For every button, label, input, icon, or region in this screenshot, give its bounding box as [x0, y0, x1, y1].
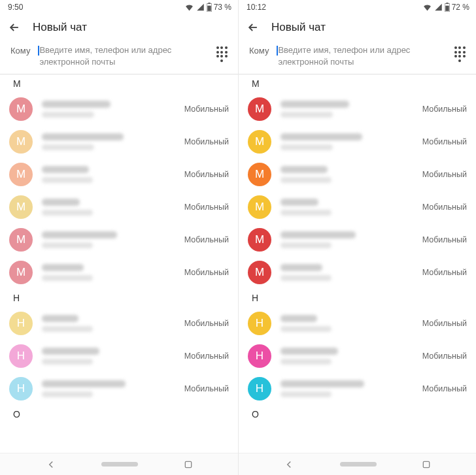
- header: Новый чат: [239, 14, 476, 41]
- avatar: M: [9, 163, 33, 186]
- nav-recent-icon[interactable]: [421, 459, 432, 470]
- contact-type: Мобильный: [422, 235, 467, 244]
- pane-0: 9:5073 %Новый чатКомуВведите имя, телефо…: [0, 0, 238, 475]
- contact-info: [280, 231, 413, 248]
- contact-info: [280, 199, 413, 216]
- contact-row[interactable]: MМобильный: [0, 158, 238, 191]
- battery-text: 72 %: [452, 3, 469, 12]
- contact-info: [42, 199, 175, 216]
- contact-list[interactable]: MMМобильныйMМобильныйMМобильныйMМобильны…: [239, 74, 476, 475]
- avatar: M: [9, 130, 33, 154]
- wifi-icon: [422, 3, 432, 11]
- contact-row[interactable]: HМобильный: [0, 340, 238, 372]
- back-icon[interactable]: [8, 21, 21, 34]
- contact-type: Мобильный: [184, 137, 229, 146]
- contact-info: [280, 133, 413, 150]
- pane-1: 10:1272 %Новый чатКомуВведите имя, телеф…: [238, 0, 476, 475]
- contact-row[interactable]: HМобильный: [239, 307, 476, 340]
- nav-bar: [239, 453, 476, 475]
- contact-info: [280, 315, 413, 332]
- contact-row[interactable]: MМобильный: [0, 191, 238, 223]
- contact-row[interactable]: MМобильный: [239, 158, 476, 191]
- section-header: Н: [0, 289, 238, 307]
- avatar: H: [9, 377, 33, 401]
- contact-row[interactable]: HМобильный: [239, 340, 476, 372]
- contact-info: [42, 348, 175, 365]
- contact-type: Мобильный: [184, 170, 229, 179]
- contact-row[interactable]: HМобильный: [0, 372, 238, 405]
- contact-type: Мобильный: [422, 105, 467, 114]
- contact-info: [42, 166, 175, 183]
- contact-row[interactable]: MМобильный: [239, 191, 476, 223]
- contact-row[interactable]: MМобильный: [239, 223, 476, 256]
- contact-row[interactable]: MМобильный: [0, 256, 238, 289]
- contact-info: [42, 101, 175, 118]
- contact-info: [42, 133, 175, 150]
- contact-type: Мобильный: [422, 203, 467, 212]
- svg-rect-6: [445, 6, 449, 11]
- dialpad-icon[interactable]: [214, 47, 229, 61]
- avatar: M: [9, 228, 33, 252]
- to-label: Кому: [10, 44, 30, 56]
- contact-row[interactable]: MМобильный: [239, 93, 476, 125]
- svg-rect-2: [207, 6, 211, 11]
- avatar: M: [248, 195, 271, 219]
- nav-bar: [0, 453, 238, 475]
- status-time: 9:50: [8, 3, 23, 12]
- recipient-row: КомуВведите имя, телефон или адрес элект…: [0, 41, 238, 74]
- svg-rect-3: [185, 461, 191, 467]
- battery-icon: [207, 3, 212, 12]
- contact-info: [42, 380, 175, 397]
- nav-home-pill[interactable]: [101, 462, 138, 467]
- contact-row[interactable]: MМобильный: [239, 256, 476, 289]
- status-right: 72 %: [422, 3, 469, 12]
- back-icon[interactable]: [246, 21, 260, 34]
- contact-row[interactable]: HМобильный: [239, 372, 476, 405]
- contact-info: [280, 101, 413, 118]
- status-bar: 10:1272 %: [239, 0, 476, 14]
- status-bar: 9:5073 %: [0, 0, 238, 14]
- nav-home-pill[interactable]: [340, 462, 377, 467]
- battery-text: 73 %: [214, 3, 231, 12]
- avatar: M: [9, 97, 33, 121]
- dialpad-icon[interactable]: [452, 47, 467, 61]
- contact-type: Мобильный: [422, 137, 467, 146]
- battery-icon: [445, 3, 450, 12]
- contact-row[interactable]: MМобильный: [0, 223, 238, 256]
- svg-rect-7: [423, 461, 429, 467]
- signal-icon: [434, 3, 443, 11]
- contact-row[interactable]: MМобильный: [0, 93, 238, 125]
- signal-icon: [196, 3, 205, 11]
- nav-back-icon[interactable]: [45, 459, 57, 470]
- contact-info: [280, 348, 413, 365]
- contact-row[interactable]: HМобильный: [0, 307, 238, 340]
- avatar: M: [248, 228, 271, 252]
- contact-type: Мобильный: [422, 384, 467, 393]
- contact-type: Мобильный: [184, 235, 229, 244]
- contact-type: Мобильный: [422, 319, 467, 328]
- section-header: Н: [239, 289, 476, 307]
- nav-back-icon[interactable]: [283, 459, 295, 470]
- nav-recent-icon[interactable]: [183, 459, 194, 470]
- avatar: M: [9, 261, 33, 284]
- header: Новый чат: [0, 14, 238, 41]
- contact-row[interactable]: MМобильный: [239, 125, 476, 158]
- recipient-row: КомуВведите имя, телефон или адрес элект…: [239, 41, 476, 74]
- contact-list[interactable]: MMМобильныйMМобильныйMМобильныйMМобильны…: [0, 74, 238, 475]
- avatar: H: [248, 312, 271, 335]
- to-label: Кому: [249, 44, 269, 56]
- contact-type: Мобильный: [422, 352, 467, 361]
- contact-type: Мобильный: [184, 268, 229, 277]
- page-title: Новый чат: [271, 21, 326, 34]
- contact-row[interactable]: MМобильный: [0, 125, 238, 158]
- contact-type: Мобильный: [184, 352, 229, 361]
- contact-type: Мобильный: [184, 105, 229, 114]
- section-header: M: [239, 74, 476, 93]
- recipient-input[interactable]: Введите имя, телефон или адрес электронн…: [278, 44, 443, 67]
- status-right: 73 %: [184, 3, 231, 12]
- avatar: H: [248, 344, 271, 368]
- page-title: Новый чат: [33, 21, 87, 34]
- avatar: M: [248, 130, 271, 154]
- recipient-input[interactable]: Введите имя, телефон или адрес электронн…: [39, 44, 205, 67]
- contact-type: Мобильный: [184, 203, 229, 212]
